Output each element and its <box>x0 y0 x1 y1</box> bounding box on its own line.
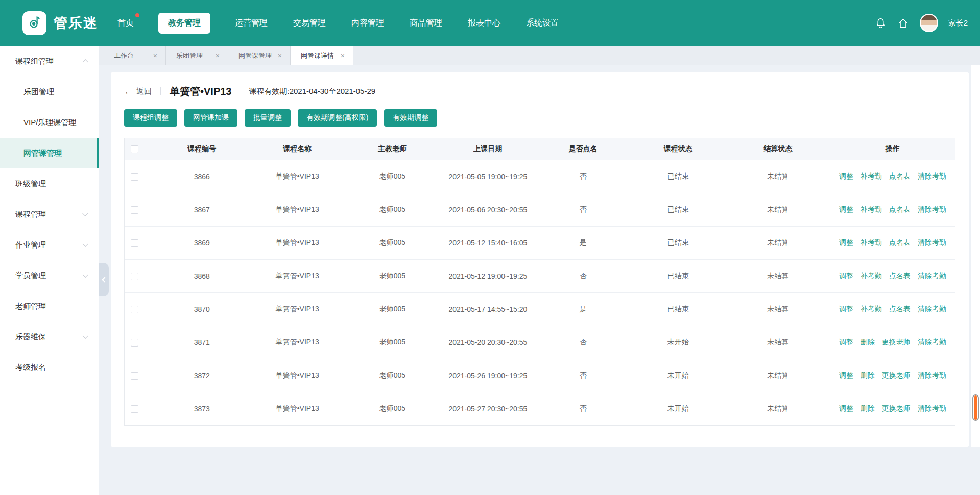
sidebar-collapse-handle[interactable] <box>99 263 109 296</box>
select-all-checkbox[interactable] <box>131 145 138 153</box>
tab-online-course-mgmt[interactable]: 网管课管理× <box>228 46 291 65</box>
cell-rollcall: 否 <box>536 371 630 380</box>
cell-status: 未开始 <box>630 338 726 347</box>
action-clear-attendance[interactable]: 清除考勤 <box>918 172 946 181</box>
tab-online-course-detail[interactable]: 网管课详情× <box>291 46 353 65</box>
action-rollcall-sheet[interactable]: 点名表 <box>889 238 911 247</box>
validity-adjust-high-button[interactable]: 有效期调整(高权限) <box>298 109 377 127</box>
action-delete[interactable]: 删除 <box>861 404 875 413</box>
table-row: 3872单簧管•VIP13老师0052021-05-26 19:00~19:25… <box>125 359 955 392</box>
cell-date: 2021-05-12 19:00~19:25 <box>440 272 536 280</box>
action-delete[interactable]: 删除 <box>861 338 875 347</box>
content-area: ← 返回 单簧管•VIP13 课程有效期:2021-04-30至2021-05-… <box>99 65 980 495</box>
action-adjust[interactable]: 调整 <box>839 205 853 214</box>
tab-label: 工作台 <box>114 51 134 60</box>
action-rollcall-sheet[interactable]: 点名表 <box>889 305 911 314</box>
action-adjust[interactable]: 调整 <box>839 172 853 181</box>
cell-rollcall: 是 <box>536 305 630 314</box>
nav-item-trade[interactable]: 交易管理 <box>292 13 327 34</box>
action-adjust[interactable]: 调整 <box>839 404 853 413</box>
row-checkbox[interactable] <box>131 306 138 313</box>
column-header-status: 课程状态 <box>630 144 726 154</box>
action-makeup-attendance[interactable]: 补考勤 <box>861 205 882 214</box>
action-makeup-attendance[interactable]: 补考勤 <box>861 172 882 181</box>
action-clear-attendance[interactable]: 清除考勤 <box>918 338 946 347</box>
add-online-course-button[interactable]: 网管课加课 <box>184 109 237 127</box>
action-clear-attendance[interactable]: 清除考勤 <box>918 205 946 214</box>
action-makeup-attendance[interactable]: 补考勤 <box>861 305 882 314</box>
row-checkbox[interactable] <box>131 206 138 214</box>
action-makeup-attendance[interactable]: 补考勤 <box>861 238 882 247</box>
action-clear-attendance[interactable]: 清除考勤 <box>918 404 946 413</box>
action-clear-attendance[interactable]: 清除考勤 <box>918 271 946 281</box>
home-icon[interactable] <box>897 17 910 29</box>
nav-item-operation[interactable]: 运营管理 <box>234 13 269 34</box>
sidebar-item-student[interactable]: 学员管理 <box>0 260 99 291</box>
action-adjust[interactable]: 调整 <box>839 271 853 281</box>
nav-item-goods[interactable]: 商品管理 <box>409 13 443 34</box>
chevron-down-icon <box>82 272 88 278</box>
sidebar-item-vip-theory[interactable]: VIP/乐理课管理 <box>0 107 99 138</box>
close-icon[interactable]: × <box>278 52 282 60</box>
row-checkbox[interactable] <box>131 173 138 181</box>
action-adjust[interactable]: 调整 <box>839 371 853 380</box>
row-checkbox[interactable] <box>131 339 138 346</box>
sidebar-item-course[interactable]: 课程管理 <box>0 199 99 230</box>
tab-orchestra[interactable]: 乐团管理× <box>166 46 228 65</box>
action-change-teacher[interactable]: 更换老师 <box>882 338 911 347</box>
cell-rollcall: 否 <box>536 172 630 181</box>
sidebar-item-orchestra[interactable]: 乐团管理 <box>0 77 99 107</box>
action-rollcall-sheet[interactable]: 点名表 <box>889 271 911 281</box>
action-makeup-attendance[interactable]: 补考勤 <box>861 271 882 281</box>
nav-item-settings[interactable]: 系统设置 <box>525 13 560 34</box>
sidebar-item-course-group[interactable]: 课程组管理 <box>0 46 99 77</box>
close-icon[interactable]: × <box>216 52 220 60</box>
batch-adjust-button[interactable]: 批量调整 <box>245 109 291 127</box>
row-checkbox[interactable] <box>131 239 138 247</box>
cell-settlement: 未结算 <box>726 205 830 214</box>
nav-item-home[interactable]: 首页 <box>116 13 135 34</box>
action-adjust[interactable]: 调整 <box>839 305 853 314</box>
close-icon[interactable]: × <box>153 52 157 60</box>
sidebar-item-instrument[interactable]: 乐器维保 <box>0 321 99 352</box>
table-row: 3866单簧管•VIP13老师0052021-05-05 19:00~19:25… <box>125 160 955 193</box>
sidebar-item-label: 课程管理 <box>15 210 46 218</box>
cell-date: 2021-05-06 20:30~20:55 <box>440 206 536 214</box>
action-change-teacher[interactable]: 更换老师 <box>882 371 911 380</box>
action-rollcall-sheet[interactable]: 点名表 <box>889 172 911 181</box>
tab-workbench[interactable]: 工作台× <box>104 46 166 65</box>
tab-label: 乐团管理 <box>176 51 203 60</box>
action-clear-attendance[interactable]: 清除考勤 <box>918 305 946 314</box>
row-check-cell <box>125 339 154 346</box>
nav-item-content[interactable]: 内容管理 <box>350 13 385 34</box>
bell-icon[interactable] <box>875 17 887 29</box>
action-adjust[interactable]: 调整 <box>839 338 853 347</box>
row-checkbox[interactable] <box>131 273 138 280</box>
sidebar-item-exam[interactable]: 考级报名 <box>0 352 99 383</box>
sidebar-item-online-course[interactable]: 网管课管理 <box>0 138 99 168</box>
scrollbar-thumb-bar <box>974 395 977 420</box>
action-change-teacher[interactable]: 更换老师 <box>882 404 911 413</box>
avatar[interactable] <box>920 14 938 32</box>
action-adjust[interactable]: 调整 <box>839 238 853 247</box>
sidebar-item-homework[interactable]: 作业管理 <box>0 230 99 260</box>
nav-item-academic[interactable]: 教务管理 <box>158 13 210 34</box>
close-icon[interactable]: × <box>341 52 345 60</box>
action-rollcall-sheet[interactable]: 点名表 <box>889 205 911 214</box>
nav-item-report[interactable]: 报表中心 <box>467 13 501 34</box>
row-checkbox[interactable] <box>131 405 138 413</box>
action-delete[interactable]: 删除 <box>861 371 875 380</box>
back-button[interactable]: ← 返回 <box>124 87 152 96</box>
row-checkbox[interactable] <box>131 372 138 380</box>
action-clear-attendance[interactable]: 清除考勤 <box>918 371 946 380</box>
sidebar-item-teacher[interactable]: 老师管理 <box>0 291 99 321</box>
scrollbar-thumb[interactable] <box>972 394 979 421</box>
cell-rollcall: 否 <box>536 271 630 281</box>
column-header-name: 课程名称 <box>250 144 345 154</box>
cell-teacher: 老师005 <box>345 172 440 181</box>
action-clear-attendance[interactable]: 清除考勤 <box>918 238 946 247</box>
adjust-course-group-button[interactable]: 课程组调整 <box>124 109 177 127</box>
sidebar-item-label: 课程组管理 <box>15 57 54 65</box>
validity-adjust-button[interactable]: 有效期调整 <box>384 109 437 127</box>
sidebar-item-class[interactable]: 班级管理 <box>0 168 99 199</box>
